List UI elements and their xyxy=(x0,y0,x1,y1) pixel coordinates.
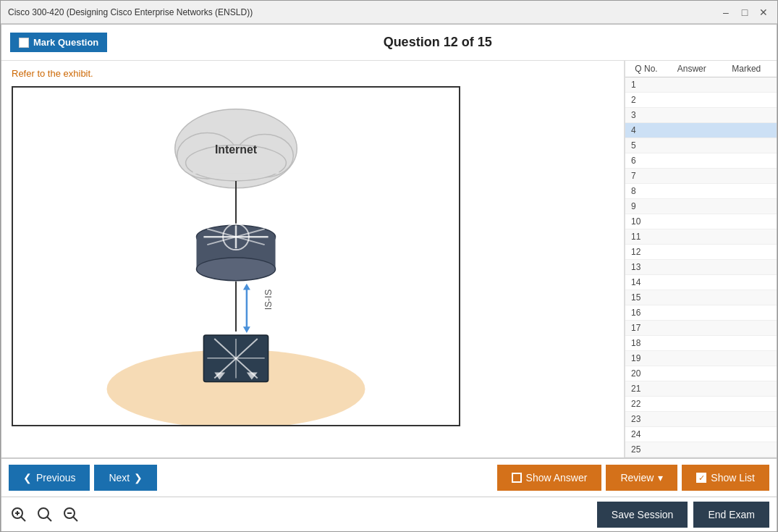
refer-text: Refer to the exhibit. xyxy=(12,68,614,79)
q-row-answer xyxy=(664,201,719,211)
table-row[interactable]: 1 xyxy=(625,77,777,93)
table-row[interactable]: 7 xyxy=(625,169,777,184)
q-row-number: 10 xyxy=(628,216,664,227)
table-row[interactable]: 2 xyxy=(625,93,777,108)
q-row-number: 15 xyxy=(628,292,664,303)
q-row-answer xyxy=(664,353,719,363)
q-row-marked xyxy=(719,232,774,242)
q-row-answer xyxy=(664,262,719,272)
zoom-normal-icon xyxy=(37,507,53,523)
q-list-header: Q No. Answer Marked xyxy=(625,61,777,77)
q-row-marked xyxy=(719,323,774,333)
zoom-bar: Save Session End Exam xyxy=(1,497,777,532)
svg-rect-4 xyxy=(193,159,279,174)
q-row-marked xyxy=(719,338,774,348)
show-list-checkbox-icon: ✓ xyxy=(696,473,706,483)
zoom-out-icon xyxy=(63,507,79,523)
table-row[interactable]: 5 xyxy=(625,138,777,153)
mark-checkbox-icon xyxy=(19,38,29,48)
table-row[interactable]: 17 xyxy=(625,321,777,336)
table-row[interactable]: 9 xyxy=(625,199,777,214)
q-row-answer xyxy=(664,338,719,348)
q-row-number: 8 xyxy=(628,186,664,196)
content-area: Refer to the exhibit. Internet xyxy=(1,61,777,457)
q-row-number: 9 xyxy=(628,201,664,211)
exhibit-frame: Internet xyxy=(12,86,460,426)
table-row[interactable]: 16 xyxy=(625,305,777,321)
zoom-out-button[interactable] xyxy=(61,504,81,525)
save-session-button[interactable]: Save Session xyxy=(597,502,688,528)
q-row-marked xyxy=(719,110,774,120)
q-row-number: 24 xyxy=(628,429,664,439)
q-row-number: 25 xyxy=(628,444,664,455)
maximize-button[interactable]: □ xyxy=(738,6,751,19)
table-row[interactable]: 3 xyxy=(625,108,777,123)
q-row-number: 4 xyxy=(628,125,664,135)
q-row-answer xyxy=(664,232,719,242)
svg-marker-18 xyxy=(243,326,250,333)
q-row-number: 11 xyxy=(628,232,664,242)
save-session-label: Save Session xyxy=(612,509,674,520)
close-button[interactable]: ✕ xyxy=(757,6,770,19)
answer-col-header: Answer xyxy=(664,64,719,74)
table-row[interactable]: 25 xyxy=(625,442,777,457)
q-list-body[interactable]: 1 2 3 4 5 6 7 8 xyxy=(625,77,777,457)
end-exam-button[interactable]: End Exam xyxy=(693,502,769,528)
table-row[interactable]: 13 xyxy=(625,260,777,275)
marked-col-header: Marked xyxy=(719,64,774,74)
table-row[interactable]: 8 xyxy=(625,184,777,199)
table-row[interactable]: 4 xyxy=(625,123,777,138)
svg-line-33 xyxy=(47,517,51,521)
table-row[interactable]: 11 xyxy=(625,229,777,245)
left-panel: Refer to the exhibit. Internet xyxy=(1,61,625,457)
q-row-marked xyxy=(719,292,774,303)
table-row[interactable]: 19 xyxy=(625,351,777,366)
q-row-number: 2 xyxy=(628,95,664,105)
q-row-answer xyxy=(664,323,719,333)
svg-point-32 xyxy=(38,508,48,518)
table-row[interactable]: 6 xyxy=(625,153,777,169)
zoom-normal-button[interactable] xyxy=(35,504,55,525)
table-row[interactable]: 14 xyxy=(625,275,777,290)
svg-point-9 xyxy=(196,258,275,281)
table-row[interactable]: 10 xyxy=(625,214,777,229)
q-row-answer xyxy=(664,292,719,303)
q-row-number: 13 xyxy=(628,262,664,272)
zoom-in-button[interactable] xyxy=(9,504,29,525)
q-row-marked xyxy=(719,262,774,272)
table-row[interactable]: 15 xyxy=(625,290,777,305)
q-row-marked xyxy=(719,247,774,257)
q-row-answer xyxy=(664,186,719,196)
previous-button[interactable]: ❮ Previous xyxy=(9,465,90,491)
q-row-marked xyxy=(719,216,774,227)
table-row[interactable]: 12 xyxy=(625,245,777,260)
mark-question-button[interactable]: Mark Question xyxy=(10,33,107,52)
window-title: Cisco 300-420 (Designing Cisco Enterpris… xyxy=(8,7,253,17)
q-row-number: 18 xyxy=(628,338,664,348)
svg-line-35 xyxy=(73,517,77,521)
table-row[interactable]: 23 xyxy=(625,412,777,427)
q-row-number: 12 xyxy=(628,247,664,257)
next-button[interactable]: Next ❯ xyxy=(94,465,157,491)
q-row-number: 22 xyxy=(628,399,664,409)
review-button[interactable]: Review ▾ xyxy=(606,465,677,491)
q-row-number: 1 xyxy=(628,80,664,90)
question-title: Question 12 of 15 xyxy=(107,35,768,50)
q-row-marked xyxy=(719,277,774,287)
minimize-button[interactable]: – xyxy=(719,6,732,19)
show-answer-button[interactable]: Show Answer xyxy=(497,465,602,491)
table-row[interactable]: 24 xyxy=(625,427,777,442)
q-row-number: 6 xyxy=(628,156,664,166)
table-row[interactable]: 18 xyxy=(625,336,777,351)
q-row-answer xyxy=(664,171,719,181)
table-row[interactable]: 22 xyxy=(625,397,777,412)
table-row[interactable]: 21 xyxy=(625,381,777,397)
zoom-in-icon xyxy=(11,507,27,523)
previous-chevron-icon: ❮ xyxy=(23,472,32,484)
table-row[interactable]: 20 xyxy=(625,366,777,381)
header-bar: Mark Question Question 12 of 15 xyxy=(1,25,777,61)
show-list-button[interactable]: ✓ Show List xyxy=(682,465,769,491)
q-row-marked xyxy=(719,384,774,394)
previous-label: Previous xyxy=(36,472,75,484)
show-list-label: Show List xyxy=(711,472,755,484)
